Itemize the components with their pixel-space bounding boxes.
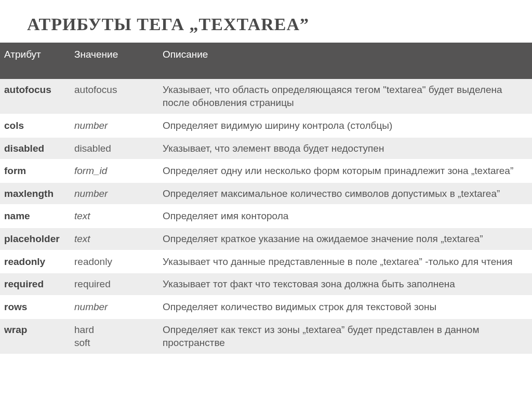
cell-attr: name [0,205,70,228]
cell-val: form_id [70,159,158,182]
cell-val: text [70,228,158,250]
table-row: wraphardsoftОпределяет как текст из зоны… [0,318,532,354]
cell-attr: rows [0,296,70,318]
cell-attr: maxlength [0,182,70,205]
header-val: Значение [70,43,158,79]
table-row: formform_idОпределяет одну или несколько… [0,159,532,182]
page-title: АТРИБУТЫ ТЕГА „TEXTAREA” [0,0,532,43]
table-row: placeholdertextОпределяет краткое указан… [0,228,532,250]
cell-val: hardsoft [70,318,158,354]
cell-desc: Определяет видимую ширину контрола (стол… [158,114,532,137]
cell-desc: Определяет как текст из зоны „textarea” … [158,318,532,354]
cell-val: readonly [70,250,158,273]
cell-desc: Указывает, что область определяющаяся те… [158,79,532,114]
cell-attr: form [0,159,70,182]
cell-attr: autofocus [0,79,70,114]
cell-val: disabled [70,137,158,160]
cell-attr: wrap [0,318,70,354]
cell-val: number [70,114,158,137]
cell-attr: cols [0,114,70,137]
cell-desc: Указывает что данные представленные в по… [158,250,532,273]
cell-attr: placeholder [0,228,70,250]
cell-desc: Указывает, что элемент ввода будет недос… [158,137,532,160]
cell-desc: Определяет количество видимых строк для … [158,296,532,318]
cell-val: required [70,273,158,296]
table-row: disableddisabledУказывает, что элемент в… [0,137,532,160]
attributes-table: Атрибут Значение Описание autofocusautof… [0,43,532,355]
table-row: autofocusautofocusУказывает, что область… [0,79,532,114]
cell-desc: Определяет максимальное количество симво… [158,182,532,205]
cell-desc: Определяет одну или несколько форм котор… [158,159,532,182]
table-row: maxlengthnumberОпределяет максимальное к… [0,182,532,205]
table-row: colsnumberОпределяет видимую ширину конт… [0,114,532,137]
cell-attr: required [0,273,70,296]
cell-desc: Определяет имя конторола [158,205,532,228]
table-row: nametextОпределяет имя конторола [0,205,532,228]
cell-desc: Указывает тот факт что текстовая зона до… [158,273,532,296]
cell-val: number [70,296,158,318]
table-header-row: Атрибут Значение Описание [0,43,532,79]
table-row: rowsnumberОпределяет количество видимых … [0,296,532,318]
cell-val: text [70,205,158,228]
table-row: requiredrequiredУказывает тот факт что т… [0,273,532,296]
cell-val: number [70,182,158,205]
cell-attr: disabled [0,137,70,160]
cell-attr: readonly [0,250,70,273]
header-attr: Атрибут [0,43,70,79]
cell-desc: Определяет краткое указание на ожидаемое… [158,228,532,250]
table-row: readonlyreadonlyУказывает что данные пре… [0,250,532,273]
cell-val: autofocus [70,79,158,114]
header-desc: Описание [158,43,532,79]
